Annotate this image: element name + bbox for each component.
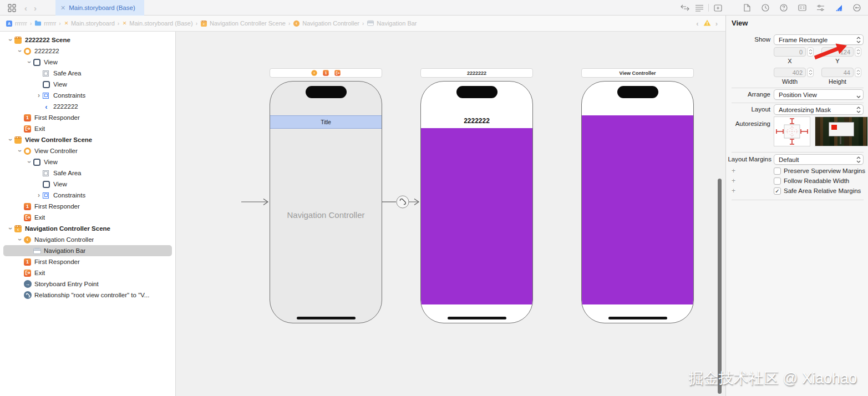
outline-row[interactable]: View: [3, 79, 172, 90]
checkbox[interactable]: [774, 167, 781, 175]
width-field[interactable]: 402: [774, 68, 806, 77]
storyboard-canvas[interactable]: ‹ 1 Title Navigation Controller 2222222 …: [176, 32, 725, 396]
autoresizing-control[interactable]: [774, 116, 810, 146]
exit-icon[interactable]: [334, 70, 340, 76]
outline-row[interactable]: Relationship "root view controller" to "…: [3, 290, 172, 301]
disclosure-open-icon[interactable]: ›: [7, 136, 14, 144]
relationship-segue-arrow[interactable]: [382, 195, 422, 209]
checkbox[interactable]: [774, 177, 781, 185]
view-controller-scene[interactable]: [581, 81, 694, 323]
disclosure-open-icon[interactable]: ›: [16, 147, 24, 155]
outline-row[interactable]: ›View: [3, 57, 172, 68]
outline-row[interactable]: 1First Responder: [3, 201, 172, 212]
outline-row[interactable]: →Storyboard Entry Point: [3, 278, 172, 290]
breadcrumb-item[interactable]: ✕Main.storyboard: [64, 20, 115, 27]
navigation-controller-icon[interactable]: ‹: [311, 70, 317, 75]
home-indicator: [448, 317, 506, 319]
outline-row[interactable]: ›View Controller: [3, 145, 172, 156]
breadcrumb-item[interactable]: Navigation Bar: [367, 20, 417, 27]
disclosure-open-icon[interactable]: ›: [16, 236, 24, 243]
editor-tab[interactable]: ✕ Main.storyboard (Base): [55, 0, 144, 16]
identity-inspector-icon[interactable]: [795, 0, 809, 16]
breadcrumb-item[interactable]: ✕Main.storyboard (Base): [122, 20, 193, 27]
checkbox-checked[interactable]: ✓: [774, 187, 781, 195]
view-icon: [43, 181, 52, 188]
scene1-header[interactable]: ‹ 1: [270, 68, 382, 78]
outline-row[interactable]: Exit: [3, 267, 172, 278]
outline-row[interactable]: Safe Area: [3, 68, 172, 79]
outline-row[interactable]: ›2222222 Scene: [3, 34, 172, 45]
breadcrumb-separator: ›: [362, 21, 364, 27]
first-responder-icon[interactable]: 1: [323, 70, 328, 75]
width-stepper[interactable]: [807, 68, 814, 77]
disclosure-closed-icon[interactable]: ›: [35, 92, 43, 99]
outline-row[interactable]: ›‹Navigation Controller: [3, 234, 172, 245]
outline-row[interactable]: Navigation Bar: [3, 245, 172, 256]
add-variation-button[interactable]: +: [732, 187, 735, 195]
nav-back-icon[interactable]: ‹: [24, 3, 27, 13]
connections-inspector-icon[interactable]: [850, 0, 864, 16]
add-variation-button[interactable]: +: [732, 167, 735, 175]
app-icon: A: [6, 20, 12, 27]
minimap-lines-icon[interactable]: [692, 0, 707, 16]
outline-row[interactable]: ›View: [3, 156, 172, 167]
outline-label: View: [44, 59, 58, 65]
disclosure-open-icon[interactable]: ›: [7, 225, 14, 232]
navigation-bar-selected[interactable]: Title: [270, 115, 382, 129]
dropdown-arrows-icon: [856, 36, 861, 45]
view-controller-2222222-scene[interactable]: 2222222: [420, 81, 533, 323]
outline-row[interactable]: ‹2222222: [3, 101, 172, 112]
navigation-controller-scene[interactable]: Title Navigation Controller: [270, 81, 382, 323]
outline-row[interactable]: ›View Controller Scene: [3, 134, 172, 145]
outline-row[interactable]: Exit: [3, 123, 172, 134]
checkbox-row: +Preserve Superview Margins: [726, 166, 868, 175]
disclosure-open-icon[interactable]: ›: [26, 58, 33, 66]
height-field[interactable]: 44: [821, 68, 854, 77]
next-issue-icon[interactable]: ›: [715, 19, 718, 28]
scene2-header[interactable]: 2222222: [420, 68, 533, 78]
code-review-icon[interactable]: [678, 0, 692, 16]
disclosure-open-icon[interactable]: ›: [16, 47, 24, 55]
outline-row[interactable]: ›2222222: [3, 45, 172, 57]
prev-issue-icon[interactable]: ‹: [696, 19, 698, 28]
outline-row[interactable]: ›‹Navigation Controller Scene: [3, 223, 172, 234]
breadcrumb-item[interactable]: ‹Navigation Controller Scene: [200, 20, 286, 27]
outline-row[interactable]: ›Constraints: [3, 90, 172, 101]
file-inspector-icon[interactable]: [740, 0, 754, 16]
layout-dropdown[interactable]: Autoresizing Mask: [774, 104, 864, 115]
tab-overview-icon[interactable]: [4, 0, 19, 16]
purple-view[interactable]: [582, 115, 693, 304]
tab-close-icon[interactable]: ✕: [60, 4, 65, 12]
outline-row[interactable]: View: [3, 179, 172, 190]
outline-label: Navigation Controller Scene: [25, 225, 110, 232]
history-inspector-icon[interactable]: [758, 0, 773, 16]
layout-margins-dropdown[interactable]: Default: [774, 154, 864, 165]
x-field[interactable]: 0: [774, 47, 806, 57]
nav-forward-icon[interactable]: ›: [34, 3, 37, 13]
outline-row[interactable]: ›Constraints: [3, 190, 172, 201]
outline-row[interactable]: Safe Area: [3, 167, 172, 179]
disclosure-open-icon[interactable]: ›: [7, 36, 14, 44]
disclosure-open-icon[interactable]: ›: [26, 158, 33, 166]
disclosure-closed-icon[interactable]: ›: [35, 191, 43, 199]
help-inspector-icon[interactable]: [776, 0, 791, 16]
scene3-header[interactable]: View Controller: [581, 68, 694, 78]
size-inspector-icon[interactable]: [831, 0, 846, 16]
breadcrumb-item[interactable]: rrrrrr: [34, 20, 56, 27]
breadcrumb-item[interactable]: Arrrrrr: [6, 19, 27, 27]
height-stepper[interactable]: [855, 68, 861, 77]
y-stepper[interactable]: [855, 47, 861, 57]
purple-view[interactable]: [421, 128, 532, 304]
outline-label: Navigation Controller: [34, 236, 94, 243]
vertical-scrollbar[interactable]: [718, 179, 722, 394]
outline-row[interactable]: 1First Responder: [3, 112, 172, 123]
add-variation-button[interactable]: +: [732, 177, 735, 185]
outline-row[interactable]: 1First Responder: [3, 256, 172, 267]
layout-margins-label: Layout Margins: [726, 156, 771, 163]
outline-row[interactable]: Exit: [3, 212, 172, 223]
attributes-inspector-icon[interactable]: [813, 0, 828, 16]
arrange-dropdown[interactable]: Position View: [774, 89, 864, 100]
warning-icon[interactable]: [703, 19, 711, 27]
add-editor-icon[interactable]: [710, 0, 725, 16]
breadcrumb-item[interactable]: ‹Navigation Controller: [293, 19, 359, 27]
